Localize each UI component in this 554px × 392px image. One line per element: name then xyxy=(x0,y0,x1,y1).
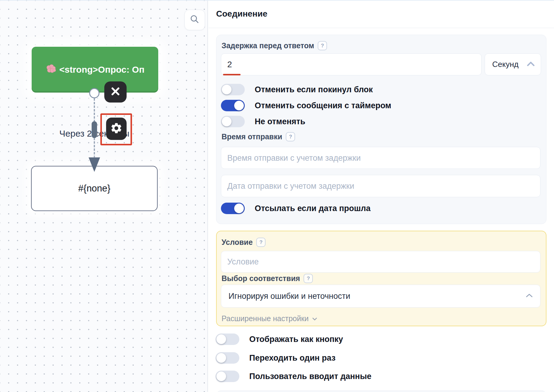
canvas-search-button[interactable] xyxy=(184,10,205,30)
toggle-show-as-button-label: Отображать как кнопку xyxy=(249,335,343,344)
toggle-pass-once[interactable] xyxy=(216,352,239,364)
toggle-knob xyxy=(216,371,226,381)
target-node-label: #{none} xyxy=(78,183,111,194)
header-divider xyxy=(209,28,554,28)
match-mode-value: Игнорируя ошибки и неточности xyxy=(228,292,350,301)
delay-value-input[interactable] xyxy=(221,53,482,75)
advanced-settings-link[interactable]: Расширенные настройки xyxy=(222,314,318,323)
send-date-input[interactable] xyxy=(221,175,540,197)
gear-icon xyxy=(110,122,123,136)
connector-output-handle[interactable] xyxy=(89,88,99,98)
toggle-pass-once-label: Переходить один раз xyxy=(249,353,335,363)
close-icon xyxy=(110,86,121,98)
toggle-knob xyxy=(222,85,231,94)
condition-label: Условие ? xyxy=(222,238,266,247)
toggle-user-inputs-data-label: Пользователь вводит данные xyxy=(249,372,371,381)
toggle-cancel-on-leave[interactable] xyxy=(221,84,245,95)
toggle-do-not-cancel-label: Не отменять xyxy=(255,117,305,126)
send-time-input[interactable] xyxy=(221,147,540,169)
toggle-show-as-button[interactable] xyxy=(216,334,239,345)
chevron-down-icon xyxy=(312,314,318,323)
toggle-send-if-date-passed[interactable] xyxy=(221,203,245,214)
toggle-do-not-cancel[interactable] xyxy=(221,116,245,127)
toggle-send-if-date-passed-label: Отсылать если дата прошла xyxy=(255,204,370,213)
help-icon[interactable]: ? xyxy=(318,41,327,50)
flow-canvas[interactable]: <strong>Опрос: Оп Через 2 секунды xyxy=(0,1,208,392)
delete-connection-button[interactable] xyxy=(104,81,127,103)
delay-unit-select[interactable]: Секунд xyxy=(485,53,541,75)
toggle-knob xyxy=(234,204,244,213)
delay-label: Задержка перед ответом ? xyxy=(222,41,327,50)
toggle-knob xyxy=(234,101,244,110)
advanced-settings-label: Расширенные настройки xyxy=(222,314,309,323)
toggle-knob xyxy=(216,334,226,344)
toggle-knob xyxy=(216,353,226,363)
connector-arrowhead xyxy=(89,157,100,172)
next-section-card xyxy=(216,390,546,392)
help-icon[interactable]: ? xyxy=(256,238,266,247)
toggle-cancel-timer-messages[interactable] xyxy=(221,100,245,111)
toggle-cancel-timer-messages-label: Отменить сообщения с таймером xyxy=(255,101,391,110)
send-time-label: Время отправки ? xyxy=(222,132,295,141)
brain-emoji-icon xyxy=(46,64,56,75)
help-icon[interactable]: ? xyxy=(304,274,313,283)
condition-input[interactable] xyxy=(221,251,540,273)
survey-node-title: <strong>Опрос: Оп xyxy=(59,65,145,75)
toggle-user-inputs-data[interactable] xyxy=(216,371,239,382)
target-node[interactable]: #{none} xyxy=(31,166,158,211)
survey-node[interactable]: <strong>Опрос: Оп xyxy=(32,47,158,93)
toggle-cancel-on-leave-label: Отменить если покинул блок xyxy=(255,85,373,94)
help-icon[interactable]: ? xyxy=(286,132,295,141)
match-mode-select[interactable]: Игнорируя ошибки и неточности xyxy=(221,285,540,308)
toggle-knob xyxy=(222,117,231,126)
connector-midpoint-handle xyxy=(92,121,97,138)
chevron-up-icon xyxy=(526,293,533,299)
panel-title: Соединение xyxy=(216,9,267,19)
connection-settings-button[interactable] xyxy=(106,118,127,140)
match-label: Выбор соответствия ? xyxy=(222,274,313,283)
chevron-up-icon xyxy=(527,61,535,68)
flow-builder-app: <strong>Опрос: Оп Через 2 секунды xyxy=(0,0,554,392)
search-icon xyxy=(190,14,200,26)
delay-unit-value: Секунд xyxy=(492,60,518,69)
spellcheck-underline xyxy=(223,74,241,75)
